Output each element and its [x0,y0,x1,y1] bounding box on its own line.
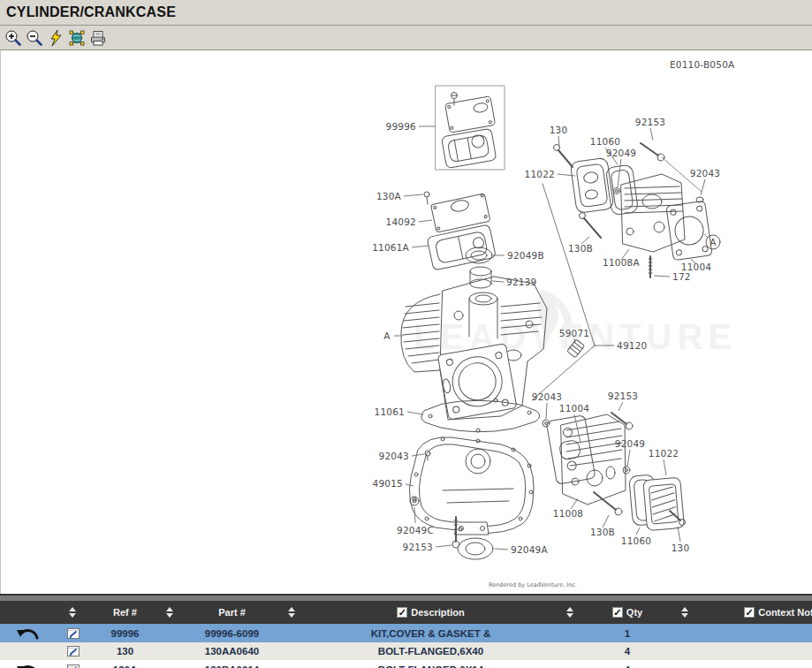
part-label: 11008 [553,508,583,519]
table-row[interactable]: 130A 130BA0614 BOLT-FLANGED,6X14 4 [0,660,812,668]
col-label-part: Part # [218,607,246,618]
sort-icon [288,607,296,618]
detail-doc-button[interactable] [65,662,81,668]
col-label-qty: Qty [626,607,642,618]
zoom-in-button[interactable] [3,27,24,49]
part-label: 92153 [403,542,433,552]
part-label: 11004 [559,403,590,414]
part-label: 49015 [373,478,403,489]
zoom-out-button[interactable] [24,27,45,49]
print-icon [89,29,107,47]
part-label: 92049 [615,438,645,449]
back-arrow-icon [14,625,41,642]
sort-button[interactable] [55,601,91,624]
exploded-parts-diagram: LEADVENTURE [1,50,812,594]
sort-button[interactable] [283,601,300,624]
part-label: 99996 [386,121,417,132]
cell-part: 130AA0640 [181,642,283,660]
back-arrow-button[interactable] [12,662,42,668]
detail-doc-icon [66,663,80,668]
part-label: 130A [376,191,402,201]
part-label: 130 [550,125,568,135]
part-label: 130B [568,243,593,254]
part-label: 92043 [379,451,409,461]
page-title: CYLINDER/CRANKCASE [0,0,812,25]
sort-button[interactable] [561,601,579,624]
cell-qty: 4 [579,660,676,668]
part-label: 92153 [608,391,638,401]
part-label: 14092 [386,216,416,227]
cell-qty: 1 [579,624,676,642]
part-label: 92139 [506,277,536,287]
part-label: 92049 [606,148,636,158]
part-label: 92153 [635,117,665,127]
table-row[interactable]: 130 130AA0640 BOLT-FLANGED,6X40 4 [0,642,812,660]
cell-description: KIT,COVER & GASKET & [300,624,561,642]
cell-ref: 130 [91,642,159,660]
part-label: 92049A [511,544,548,555]
watermark: LEADVENTURE [414,289,737,356]
part-label: 11060 [590,136,620,147]
parts-catalog-window: CYLINDER/CRANKCASE [0,0,812,668]
part-label: 92049B [507,250,544,261]
part-label: 49120 [617,340,647,351]
header-spacer [0,601,55,624]
toolbar [0,26,812,50]
zoom-out-icon [26,29,43,47]
detail-doc-button[interactable] [65,626,81,641]
part-label: 130B [590,527,615,537]
checkbox-qty[interactable] [612,607,623,618]
part-label: E0110-B050A [670,59,735,70]
cell-qty: 4 [579,642,676,660]
sort-button[interactable] [676,601,694,624]
sort-icon [69,607,77,618]
lightning-icon [47,29,65,47]
part-label: 92043 [690,168,720,178]
detail-doc-icon [66,626,80,641]
cell-description: BOLT-FLANGED,6X40 [300,642,561,660]
col-label-context-notes: Context Notes [758,607,812,618]
view-ref-label: A [383,330,391,341]
cell-ref: 130A [91,660,159,668]
part-label: 11061A [372,242,409,253]
cell-description: BOLT-FLANGED,6X14 [300,660,561,668]
part-label: 92043 [532,391,562,402]
part-label: 172 [672,271,691,282]
detail-doc-button[interactable] [65,644,81,659]
back-arrow-icon [14,661,41,668]
detail-doc-icon [66,644,80,658]
part-label: 11022 [525,169,555,179]
zoom-in-icon [4,29,22,47]
parts-table: Ref # Part # Description Qty Context Not… [0,601,812,668]
render-credit: Rendered by LeadVenture, Inc. [489,581,577,588]
back-arrow-button[interactable] [12,626,42,641]
col-header-part[interactable]: Part # [181,601,283,624]
print-button[interactable] [87,27,109,49]
part-label: 130 [672,543,690,553]
col-label-ref: Ref # [113,607,137,618]
col-header-qty[interactable]: Qty [579,601,676,624]
cell-context-notes [694,660,812,668]
sort-icon [681,607,689,618]
cell-part: 99996-6099 [181,624,283,642]
checkbox-context-notes[interactable] [744,607,755,618]
cell-part: 130BA0614 [181,660,283,668]
diagram-canvas[interactable]: LEADVENTURE [0,50,812,594]
col-label-description: Description [411,607,465,618]
col-header-description[interactable]: Description [300,601,561,624]
sort-icon [166,607,174,618]
part-label: 11061 [375,406,405,417]
part-label: 59071 [559,328,589,338]
table-header: Ref # Part # Description Qty Context Not… [0,601,812,624]
sort-button[interactable] [159,601,181,624]
table-row[interactable]: 99996 99996-6099 KIT,COVER & GASKET & 1 [0,624,812,642]
checkbox-description[interactable] [397,607,407,618]
cell-context-notes [694,642,812,660]
refresh-button[interactable] [45,27,66,49]
hotspot-tool-icon [68,29,86,47]
part-label: 11022 [649,448,679,459]
hotspot-tool-button[interactable] [66,27,87,49]
col-header-ref[interactable]: Ref # [91,601,159,624]
cell-ref: 99996 [91,624,159,642]
col-header-context-notes[interactable]: Context Notes [694,601,812,624]
